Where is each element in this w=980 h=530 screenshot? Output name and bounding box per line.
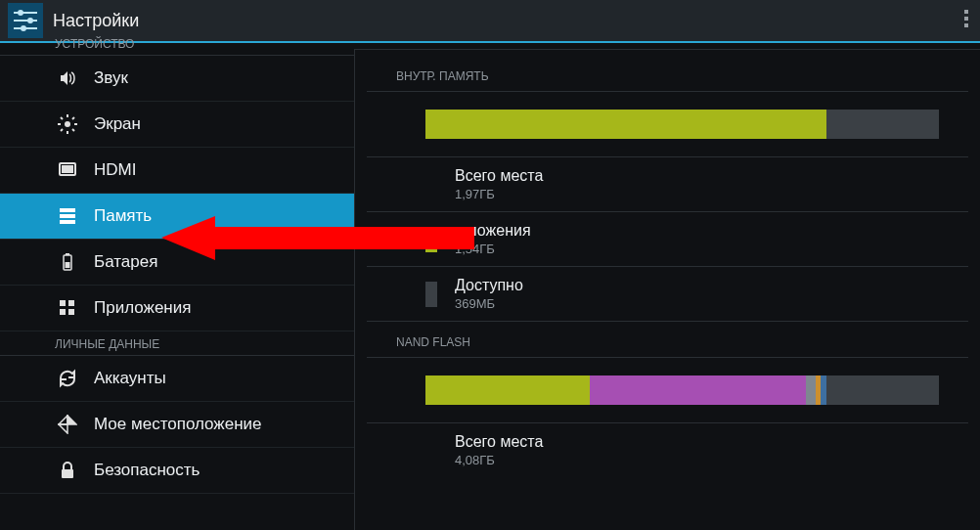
sidebar-item-label: Батарея [94,252,157,272]
row-label: Всего места [455,433,543,451]
svg-rect-19 [60,220,75,224]
svg-point-4 [27,18,33,23]
settings-app-icon [8,3,43,38]
svg-rect-18 [60,214,75,218]
sidebar-item-display[interactable]: Экран [0,102,354,148]
svg-rect-0 [14,12,37,14]
section-personal: ЛИЧНЫЕ ДАННЫЕ [0,331,354,356]
sidebar-item-sound[interactable]: Звук [0,56,354,102]
internal-usage-bar [425,110,939,139]
internal-storage-header: ВНУТР. ПАМЯТЬ [367,56,968,92]
apps-icon [55,298,80,318]
nand-seg-1 [425,375,590,405]
sidebar-item-battery[interactable]: Батарея [0,240,354,286]
storage-icon [55,206,80,226]
page-title: Настройки [53,11,139,31]
svg-rect-21 [66,253,69,255]
svg-rect-23 [60,300,66,306]
nand-seg-2 [590,375,806,405]
nand-seg-3 [806,375,817,405]
sidebar-item-label: Звук [94,68,128,88]
swatch-none [425,438,437,464]
sidebar-item-location[interactable]: Мое местоположение [0,402,354,448]
row-label: Всего места [455,167,543,185]
settings-sidebar: Устройство Звук Экран HDMI Память [0,43,354,530]
svg-line-13 [72,117,74,119]
sound-icon [55,68,80,88]
sidebar-item-label: Безопасность [94,461,200,480]
nand-usage-bar-row[interactable] [367,358,968,423]
sync-icon [55,369,80,388]
row-value: 1,54ГБ [455,242,531,256]
nand-flash-header: NAND FLASH [367,322,968,358]
svg-marker-29 [59,424,67,433]
svg-rect-24 [68,300,74,306]
usage-seg-apps [425,110,826,139]
location-icon [55,415,80,434]
lock-icon [55,461,80,480]
svg-line-12 [72,129,74,131]
row-label: Доступно [455,277,523,294]
sidebar-item-label: Мое местоположение [94,415,262,434]
section-device: Устройство [0,37,354,56]
nand-seg-free [826,375,940,405]
svg-line-11 [61,117,63,119]
row-available[interactable]: Доступно 369МБ [367,267,968,322]
svg-rect-30 [62,469,73,478]
row-total-space[interactable]: Всего места 1,97ГБ [367,157,968,212]
row-value: 369МБ [455,296,523,311]
sidebar-item-apps[interactable]: Приложения [0,286,354,331]
monitor-icon [55,160,80,180]
gear-icon [55,114,80,134]
svg-point-3 [18,10,23,16]
internal-usage-bar-row[interactable] [367,92,968,157]
sidebar-item-label: Приложения [94,298,191,318]
svg-point-5 [21,25,26,31]
storage-detail: ВНУТР. ПАМЯТЬ Всего места 1,97ГБ ...ложе… [354,49,980,530]
svg-line-14 [61,129,63,131]
swatch-apps [425,227,437,252]
sidebar-item-label: Экран [94,114,141,134]
svg-rect-16 [62,165,73,173]
sidebar-item-security[interactable]: Безопасность [0,448,354,494]
svg-rect-22 [66,262,70,268]
swatch-free [425,282,437,307]
row-nand-total[interactable]: Всего места 4,08ГБ [367,423,968,477]
sidebar-item-label: Аккаунты [94,369,166,388]
sidebar-item-label: Память [94,206,152,226]
sidebar-item-hdmi[interactable]: HDMI [0,148,354,194]
sidebar-item-storage[interactable]: Память [0,194,354,240]
svg-rect-1 [14,20,37,22]
overflow-menu-icon[interactable] [964,10,968,27]
row-value: 4,08ГБ [455,453,543,467]
sidebar-item-accounts[interactable]: Аккаунты [0,356,354,402]
battery-icon [55,252,80,272]
svg-point-6 [65,121,70,127]
svg-rect-17 [60,208,75,212]
svg-rect-26 [68,309,74,315]
sidebar-item-label: HDMI [94,160,136,180]
swatch-none [425,172,437,198]
svg-marker-28 [59,416,67,424]
row-label: ...ложения [455,222,531,240]
svg-rect-25 [60,309,66,315]
usage-seg-free [826,110,940,139]
row-value: 1,97ГБ [455,187,543,201]
row-apps-usage[interactable]: ...ложения 1,54ГБ [367,212,968,267]
nand-usage-bar [425,375,939,405]
svg-marker-27 [67,416,76,424]
